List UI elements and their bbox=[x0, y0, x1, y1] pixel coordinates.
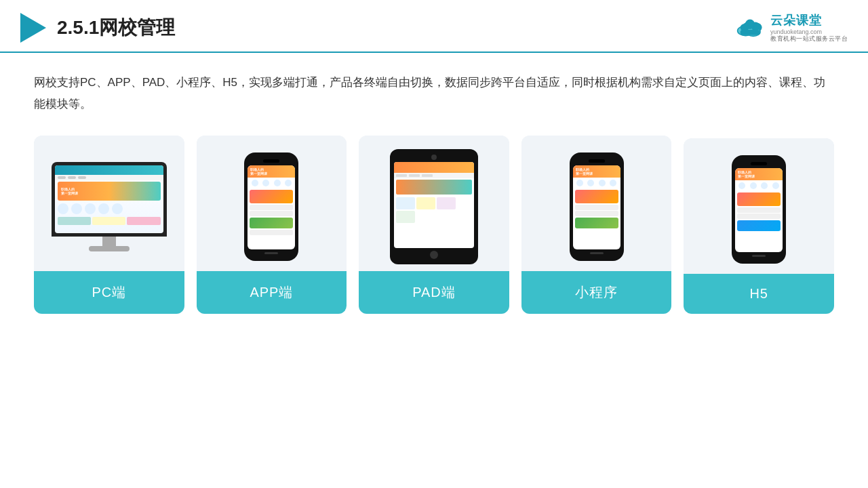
monitor-stand-neck bbox=[102, 237, 116, 246]
screen-icon bbox=[112, 203, 123, 214]
psc-list bbox=[575, 211, 618, 216]
psc-icons bbox=[573, 178, 620, 188]
monitor-stand-base bbox=[89, 246, 130, 251]
card-h5-label: H5 bbox=[684, 274, 834, 314]
tsc-header bbox=[394, 162, 474, 173]
card-pad-label: PAD端 bbox=[359, 271, 509, 314]
card-app-label: APP端 bbox=[197, 271, 347, 314]
mini-home-indicator bbox=[752, 255, 766, 257]
screen-card bbox=[58, 217, 91, 225]
card-h5: 职场人的第一堂网课 bbox=[684, 138, 834, 314]
main-content: 网校支持PC、APP、PAD、小程序、H5，实现多端打通，产品各终端自由切换，数… bbox=[0, 53, 868, 328]
pc-monitor-icon: 职场人的第一堂网课 bbox=[52, 162, 167, 251]
cards-container: 职场人的第一堂网课 bbox=[34, 136, 834, 314]
nav-dot bbox=[58, 176, 66, 179]
screen-icon bbox=[71, 203, 82, 214]
psc-list bbox=[250, 211, 293, 216]
psc-icon bbox=[772, 182, 779, 189]
logo-triangle-icon bbox=[20, 13, 46, 43]
phone-home-indicator bbox=[264, 252, 278, 254]
nav-dot bbox=[68, 176, 76, 179]
brand-name: 云朵课堂 bbox=[770, 12, 822, 28]
screen-banner: 职场人的第一堂网课 bbox=[58, 182, 161, 201]
tablet-icon bbox=[390, 149, 478, 264]
brand-logo: 云朵课堂 yunduoketang.com 教育机构一站式服务云平台 bbox=[734, 12, 848, 43]
screen-icon bbox=[85, 203, 96, 214]
svg-rect-10 bbox=[741, 30, 760, 35]
miniprogram-phone-icon: 职场人的第一堂网课 bbox=[570, 152, 624, 261]
psc-header-text: 职场人的第一堂网课 bbox=[738, 170, 755, 178]
h5-phone-icon: 职场人的第一堂网课 bbox=[732, 155, 786, 264]
psc-header: 职场人的第一堂网课 bbox=[248, 165, 295, 178]
header-left: 2.5.1网校管理 bbox=[20, 13, 175, 43]
psc-icon bbox=[576, 180, 583, 186]
mini-phone-notch bbox=[589, 159, 605, 163]
card-pc-label: PC端 bbox=[34, 271, 184, 314]
psc-icon bbox=[738, 182, 745, 189]
tablet-camera bbox=[431, 155, 437, 160]
psc-icon bbox=[285, 180, 292, 186]
tsc-nav-item bbox=[422, 174, 433, 177]
card-pc: 职场人的第一堂网课 bbox=[34, 136, 184, 314]
mini-phone-screen: 职场人的第一堂网课 bbox=[573, 165, 620, 249]
psc-list bbox=[737, 214, 781, 219]
psc-header-text: 职场人的第一堂网课 bbox=[250, 167, 267, 176]
screen-icons-row bbox=[55, 202, 163, 216]
card-app-image: 职场人的第一堂网课 bbox=[197, 136, 347, 271]
brand-tagline: 教育机构一站式服务云平台 bbox=[770, 35, 848, 43]
monitor-screen: 职场人的第一堂网课 bbox=[55, 165, 163, 233]
mini-home-indicator bbox=[590, 252, 604, 254]
psc-green bbox=[250, 218, 293, 228]
tsc-grid-item bbox=[416, 197, 435, 209]
psc-card bbox=[250, 190, 293, 203]
card-miniprogram-label: 小程序 bbox=[521, 271, 672, 314]
psc-list bbox=[250, 205, 293, 210]
tsc-nav-item bbox=[409, 174, 420, 177]
psc-blue-card bbox=[737, 220, 781, 231]
card-pad: PAD端 bbox=[359, 136, 509, 314]
description-text: 网校支持PC、APP、PAD、小程序、H5，实现多端打通，产品各终端自由切换，数… bbox=[34, 72, 834, 116]
card-miniprogram-image: 职场人的第一堂网课 bbox=[521, 136, 672, 271]
header: 2.5.1网校管理 云朵课堂 yunduoketang.com bbox=[0, 0, 868, 53]
psc-list bbox=[737, 207, 781, 213]
brand-url: yunduoketang.com bbox=[770, 28, 822, 35]
tsc-grid-item bbox=[437, 197, 456, 209]
tablet-screen bbox=[394, 162, 474, 248]
card-app: 职场人的第一堂网课 bbox=[197, 136, 347, 314]
phone-screen: 职场人的第一堂网课 bbox=[248, 165, 295, 249]
screen-icon bbox=[58, 203, 68, 214]
psc-green bbox=[575, 218, 618, 228]
psc-list bbox=[575, 205, 618, 210]
screen-card bbox=[92, 217, 125, 225]
card-miniprogram: 职场人的第一堂网课 bbox=[521, 136, 672, 314]
psc-header-text: 职场人的第一堂网课 bbox=[576, 167, 593, 176]
psc-icon bbox=[252, 180, 258, 186]
cloud-icon bbox=[734, 16, 766, 40]
tsc-grid bbox=[394, 196, 474, 224]
tsc-nav bbox=[394, 173, 474, 178]
psc-icons bbox=[735, 180, 783, 191]
psc-icon bbox=[599, 180, 606, 186]
screen-header-bar bbox=[55, 165, 163, 175]
brand-text: 云朵课堂 yunduoketang.com 教育机构一站式服务云平台 bbox=[770, 12, 848, 43]
banner-text: 职场人的第一堂网课 bbox=[61, 187, 78, 195]
card-h5-image: 职场人的第一堂网课 bbox=[684, 138, 834, 274]
screen-icon bbox=[98, 203, 109, 214]
psc-icon bbox=[750, 182, 757, 189]
tsc-grid-item bbox=[396, 197, 415, 209]
screen-nav bbox=[55, 175, 163, 180]
header-right: 云朵课堂 yunduoketang.com 教育机构一站式服务云平台 bbox=[734, 12, 848, 43]
screen-cards-row bbox=[55, 216, 163, 226]
card-pc-image: 职场人的第一堂网课 bbox=[34, 136, 184, 271]
phone-notch bbox=[263, 159, 279, 163]
psc-icon bbox=[761, 182, 768, 189]
monitor-screen-content: 职场人的第一堂网课 bbox=[55, 165, 163, 233]
psc-icon bbox=[274, 180, 281, 186]
psc-card bbox=[737, 192, 781, 206]
page-title: 2.5.1网校管理 bbox=[57, 15, 175, 41]
tsc-grid-item bbox=[396, 211, 415, 223]
psc-icon bbox=[262, 180, 269, 186]
nav-dot bbox=[78, 176, 86, 179]
psc-icons bbox=[248, 178, 295, 188]
mini-phone-notch bbox=[751, 162, 767, 165]
